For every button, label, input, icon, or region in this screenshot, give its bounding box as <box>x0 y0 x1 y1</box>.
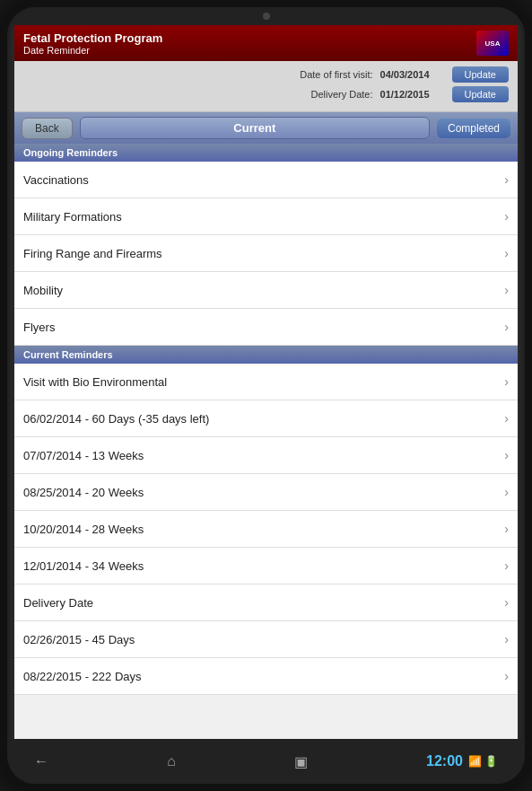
chevron-icon: › <box>504 320 509 334</box>
list-item[interactable]: 02/26/2015 - 45 Days › <box>14 621 518 658</box>
chevron-icon: › <box>504 558 509 573</box>
list-item-text: Visit with Bio Environmental <box>23 375 167 389</box>
chevron-icon: › <box>504 595 509 610</box>
tablet: Fetal Protection Program Date Reminder U… <box>0 0 532 791</box>
time-display: 12:00 <box>426 753 463 769</box>
chevron-icon: › <box>504 522 509 536</box>
completed-button[interactable]: Completed <box>437 119 510 138</box>
app-title: Fetal Protection Program <box>23 31 162 45</box>
current-button[interactable]: Current <box>80 117 430 139</box>
list-item[interactable]: 08/22/2015 - 222 Days › <box>14 658 518 695</box>
list-item[interactable]: Firing Range and Firearms › <box>14 235 518 272</box>
delivery-date-row: Delivery Date: 01/12/2015 Update <box>23 86 509 102</box>
back-nav-icon[interactable]: ← <box>34 753 48 769</box>
list-item[interactable]: 08/25/2014 - 20 Weeks › <box>14 474 518 511</box>
list-item[interactable]: 12/01/2014 - 34 Weeks › <box>14 548 518 584</box>
list-item[interactable]: 06/02/2014 - 60 Days (-35 days left) › <box>14 400 518 437</box>
first-visit-value: 04/03/2014 <box>380 69 452 80</box>
tablet-top-bar <box>7 7 525 25</box>
list-item[interactable]: Flyers › <box>14 309 518 346</box>
status-bar-bottom: 12:00 📶 🔋 <box>426 753 498 769</box>
list-item-text: Vaccinations <box>23 173 89 187</box>
list-item-text: 07/07/2014 - 13 Weeks <box>23 449 144 462</box>
app-logo: USA <box>476 31 509 56</box>
apps-nav-icon[interactable]: ▣ <box>294 753 308 770</box>
list-item-text: Mobility <box>23 284 63 297</box>
battery-icon: 🔋 <box>484 755 498 768</box>
list-item[interactable]: Delivery Date › <box>14 584 518 621</box>
app-header-text: Fetal Protection Program Date Reminder <box>23 31 162 56</box>
chevron-icon: › <box>504 172 509 187</box>
tablet-bottom-bar: ← ⌂ ▣ 12:00 📶 🔋 <box>7 739 525 784</box>
list-item-text: 12/01/2014 - 34 Weeks <box>23 559 144 573</box>
delivery-value: 01/12/2015 <box>380 89 452 100</box>
tablet-camera <box>263 13 270 20</box>
list-item-text: 02/26/2015 - 45 Days <box>23 633 135 646</box>
chevron-icon: › <box>504 448 509 462</box>
first-visit-update-button[interactable]: Update <box>452 66 509 83</box>
current-section-header: Current Reminders <box>14 346 518 364</box>
ongoing-section-header: Ongoing Reminders <box>14 144 518 162</box>
chevron-icon: › <box>504 411 509 426</box>
list-item[interactable]: 10/20/2014 - 28 Weeks › <box>14 511 518 548</box>
chevron-icon: › <box>504 246 509 260</box>
nav-tabs: Back Current Completed <box>14 112 518 144</box>
chevron-icon: › <box>504 669 509 683</box>
list-item-text: 10/20/2014 - 28 Weeks <box>23 523 144 536</box>
wifi-icon: 📶 <box>468 755 482 768</box>
list-item[interactable]: Visit with Bio Environmental › <box>14 364 518 400</box>
list-item-text: 08/22/2015 - 222 Days <box>23 670 142 683</box>
list-item-text: 06/02/2014 - 60 Days (-35 days left) <box>23 412 209 426</box>
delivery-update-button[interactable]: Update <box>452 86 509 102</box>
list-item-text: Firing Range and Firearms <box>23 247 162 260</box>
list-item[interactable]: Military Formations › <box>14 198 518 235</box>
chevron-icon: › <box>504 209 509 224</box>
app-subtitle: Date Reminder <box>23 45 162 56</box>
first-visit-label: Date of first visit: <box>23 69 380 80</box>
chevron-icon: › <box>504 374 509 389</box>
list-item-text: Military Formations <box>23 210 122 224</box>
list-item[interactable]: Vaccinations › <box>14 162 518 198</box>
list-item[interactable]: 07/07/2014 - 13 Weeks › <box>14 437 518 474</box>
home-nav-icon[interactable]: ⌂ <box>167 753 176 769</box>
chevron-icon: › <box>504 485 509 499</box>
tablet-screen: Fetal Protection Program Date Reminder U… <box>14 25 518 739</box>
first-visit-row: Date of first visit: 04/03/2014 Update <box>23 66 509 83</box>
list-item[interactable]: Mobility › <box>14 272 518 309</box>
list-item-text: 08/25/2014 - 20 Weeks <box>23 486 144 499</box>
list-item-text: Flyers <box>23 321 55 334</box>
back-button[interactable]: Back <box>22 118 73 139</box>
delivery-label: Delivery Date: <box>23 89 380 100</box>
chevron-icon: › <box>504 283 509 297</box>
list-item-text: Delivery Date <box>23 596 93 610</box>
status-icons: 📶 🔋 <box>468 755 498 768</box>
content-area: Ongoing Reminders Vaccinations › Militar… <box>14 144 518 739</box>
date-info-section: Date of first visit: 04/03/2014 Update D… <box>14 61 518 112</box>
chevron-icon: › <box>504 632 509 646</box>
app-header: Fetal Protection Program Date Reminder U… <box>14 25 518 61</box>
logo-text: USA <box>485 40 501 48</box>
